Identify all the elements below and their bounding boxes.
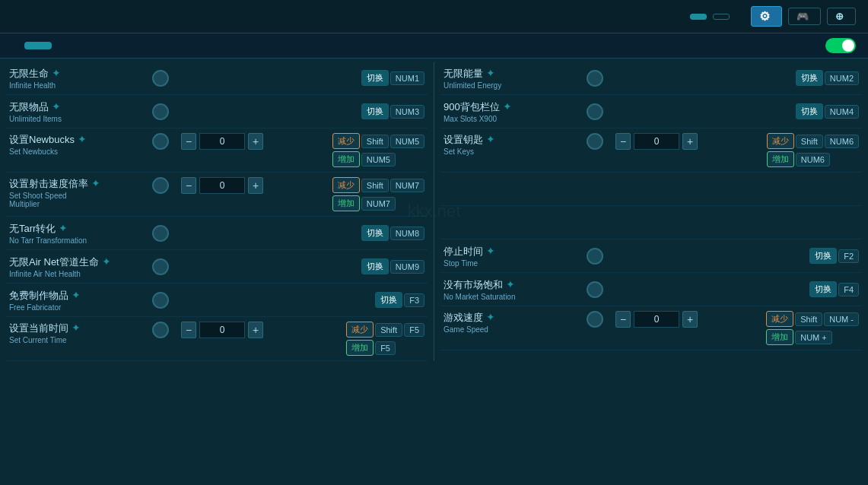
num-plus-btn[interactable]: + [248,133,263,150]
hotkey-decrease-btn[interactable]: 减少 [346,322,374,338]
hotkey-action-btn[interactable]: 切换 [796,70,823,86]
hotkey-action-btn[interactable]: 切换 [361,70,389,86]
hotkey-btn[interactable]: NUM1 [390,71,424,85]
hotkey-btn[interactable]: F5 [375,341,396,355]
feature-name-en: Set Newbucks [9,147,146,156]
hotkey-increase-btn[interactable]: 增加 [346,340,374,356]
hotkey-btn[interactable]: F2 [838,249,859,263]
feature-toggle[interactable] [587,103,603,120]
feature-toggle[interactable] [152,258,169,275]
hotkey-btn[interactable]: NUM7 [390,179,424,192]
feature-toggle[interactable] [152,292,169,309]
header: ⚙ 🎮 ⊕ [0,0,868,33]
star-icon[interactable]: ✦ [102,255,111,268]
hotkey-btn[interactable]: NUM5 [390,135,424,148]
num-plus-btn[interactable]: + [682,133,698,150]
star-icon[interactable]: ✦ [72,289,81,301]
feature-toggle[interactable] [587,311,603,328]
platform-xgp-btn[interactable]: ⊕ [827,8,856,25]
hotkey-row: 切换F4 [809,281,859,297]
hotkey-increase-btn[interactable]: 增加 [332,151,360,167]
hotkey-btn[interactable]: F4 [838,283,859,296]
star-icon[interactable]: ✦ [486,133,495,145]
hotkey-increase-btn[interactable]: 增加 [767,151,794,167]
num-display: 0 [634,311,679,328]
hotkey-action-btn[interactable]: 切换 [796,103,823,119]
feature-toggle[interactable] [587,248,603,265]
feature-toggle[interactable] [152,322,169,338]
star-icon[interactable]: ✦ [78,133,87,145]
hotkey-action-btn[interactable]: 切换 [361,258,389,274]
star-icon[interactable]: ✦ [486,311,495,323]
star-icon[interactable]: ✦ [486,67,495,79]
hotkey-btn[interactable]: Shift [796,135,823,148]
hotkey-btn[interactable]: NUM6 [825,135,859,148]
star-icon[interactable]: ✦ [72,322,81,334]
feature-info: 900背包栏位✦Max Slots X900 [444,100,580,123]
num-minus-btn[interactable]: − [181,133,196,150]
feature-toggle[interactable] [152,103,169,120]
hotkey-action-btn[interactable]: 切换 [375,292,402,308]
feature-row: 无限Air Net管道生命✦Infinite Air Net Health切换N… [6,250,428,284]
num-minus-btn[interactable]: − [181,322,196,338]
num-minus-btn[interactable]: − [615,311,631,328]
feature-toggle[interactable] [152,225,169,242]
hotkey-btn[interactable]: NUM9 [390,260,424,274]
hotkey-btn[interactable]: NUM - [824,312,859,326]
hotkey-toggle[interactable] [825,38,856,53]
star-icon[interactable]: ✦ [486,245,495,257]
num-plus-btn[interactable]: + [248,177,263,194]
star-icon[interactable]: ✦ [91,177,100,189]
star-icon[interactable]: ✦ [503,100,512,113]
hotkey-btn[interactable]: NUM2 [825,71,859,85]
hotkey-decrease-btn[interactable]: 减少 [766,311,793,327]
hotkey-action-btn[interactable]: 切换 [809,248,837,264]
feature-row: 没有市场饱和✦No Market Saturation切换F4 [440,273,862,306]
hotkey-btn[interactable]: NUM + [795,331,832,344]
hotkey-btn[interactable]: NUM3 [390,105,424,119]
feature-toggle[interactable] [587,281,603,298]
feature-toggle[interactable] [587,70,603,87]
feature-toggle[interactable] [152,70,169,87]
star-icon[interactable]: ✦ [52,100,61,113]
hotkey-action-btn[interactable]: 切换 [361,103,389,119]
feature-toggle[interactable] [152,177,169,194]
feature-toggle[interactable] [587,133,603,150]
hotkey-btn[interactable]: NUM5 [361,153,396,166]
close-all-button[interactable] [24,42,52,49]
feature-toggle[interactable] [152,133,169,150]
platform-epic-btn[interactable]: 🎮 [788,8,821,25]
hotkey-increase-btn[interactable]: 增加 [332,195,360,211]
mode-normal-btn[interactable] [690,14,707,20]
platform-steam-btn[interactable]: ⚙ [751,6,782,27]
feature-name-cn: 无限物品 [9,101,49,113]
hotkey-btn[interactable]: Shift [361,135,389,148]
hotkey-btn[interactable]: NUM7 [361,197,396,211]
hotkey-increase-btn[interactable]: 增加 [766,329,793,345]
hotkey-btn[interactable]: F5 [404,323,424,337]
star-icon[interactable]: ✦ [506,278,515,290]
num-minus-btn[interactable]: − [181,177,196,194]
num-plus-btn[interactable]: + [248,322,263,338]
hotkey-btn[interactable]: NUM6 [796,153,830,166]
hotkey-btn[interactable]: F3 [404,293,424,307]
hotkey-btn[interactable]: NUM4 [825,105,859,119]
epic-icon: 🎮 [796,11,809,22]
hotkey-action-btn[interactable]: 切换 [809,281,837,297]
num-plus-btn[interactable]: + [682,311,698,328]
feature-info: 没有市场饱和✦No Market Saturation [444,278,580,301]
hotkey-decrease-btn[interactable]: 减少 [767,133,794,149]
star-icon[interactable]: ✦ [59,222,68,234]
star-icon[interactable]: ✦ [52,67,61,79]
hotkey-decrease-btn[interactable]: 减少 [332,133,360,149]
hotkey-btn[interactable]: Shift [375,323,402,337]
hotkey-decrease-btn[interactable]: 减少 [332,177,360,193]
hotkey-action-btn[interactable]: 切换 [361,225,389,241]
hotkey-row: 切换NUM1 [361,70,424,86]
hotkey-btn[interactable]: Shift [361,179,389,192]
mode-beta-btn[interactable] [713,14,730,20]
feature-name-en: No Market Saturation [444,293,580,301]
hotkey-btn[interactable]: Shift [795,312,822,326]
hotkey-btn[interactable]: NUM8 [390,227,424,240]
num-minus-btn[interactable]: − [615,133,631,150]
